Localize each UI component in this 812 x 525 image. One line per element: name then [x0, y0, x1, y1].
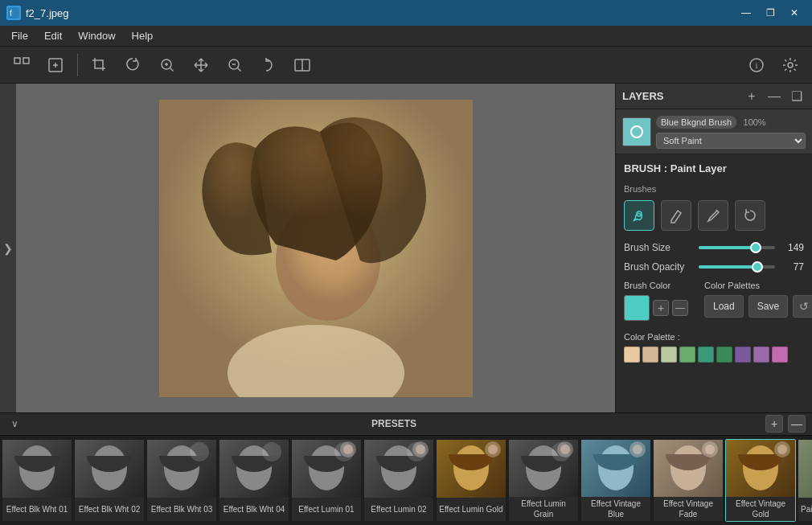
copy-layer-button[interactable]: ❑ [788, 88, 806, 105]
layer-row[interactable]: Blue Bkgnd Brush 100% Soft Paint Normal … [616, 109, 812, 154]
preset-thumbnail [147, 440, 216, 498]
remove-preset-button[interactable]: — [788, 415, 806, 433]
panel-toggle-button[interactable]: ❯ [0, 84, 16, 412]
preset-thumbnail [75, 440, 144, 498]
preset-item[interactable]: Effect Lumin 01 [291, 439, 362, 522]
layers-title: LAYERS [622, 90, 738, 102]
svg-rect-15 [159, 100, 473, 397]
frame-tool-button[interactable] [6, 51, 37, 80]
reset-brush-button[interactable] [735, 200, 765, 231]
zoom-in-tool-button[interactable] [152, 51, 182, 80]
remove-color-button[interactable]: — [672, 300, 688, 316]
preset-name: Effect Vintage Fade [654, 497, 723, 521]
chevron-right-icon: ❯ [3, 242, 13, 255]
preset-thumbnail [2, 440, 72, 498]
brush-color-swatch[interactable] [624, 295, 650, 321]
preset-name: Effect Lumin 02 [364, 498, 433, 521]
refresh-palette-button[interactable]: ↺ [793, 295, 812, 318]
preset-thumbnail [509, 440, 578, 497]
main-area: ❯ [0, 84, 812, 412]
preset-item[interactable]: Effect Vintage Blue [580, 439, 651, 522]
brush-color-group: Brush Color + — [624, 281, 688, 321]
erase-brush-button[interactable] [661, 200, 691, 231]
palette-color-swatch[interactable] [679, 347, 695, 363]
brush-opacity-track [699, 265, 775, 269]
svg-text:i: i [756, 60, 758, 70]
add-preset-button[interactable]: + [765, 415, 783, 433]
preset-item[interactable]: Effect Lumin Grain [508, 439, 579, 522]
palette-color-swatch[interactable] [642, 347, 658, 363]
compare-tool-button[interactable] [287, 51, 318, 80]
menu-help[interactable]: Help [124, 28, 162, 43]
menu-edit[interactable]: Edit [36, 28, 70, 43]
add-layer-button[interactable]: + [743, 88, 761, 105]
remove-layer-button[interactable]: — [765, 88, 783, 105]
presets-header: ∨ PRESETS + — [0, 413, 812, 436]
menu-file[interactable]: File [3, 28, 36, 43]
brush-size-value: 149 [781, 242, 804, 253]
presets-toggle-button[interactable]: ∨ [6, 416, 23, 432]
paint-brush-button[interactable] [624, 200, 654, 231]
layer-opacity-value: 100% [744, 117, 766, 127]
preset-item[interactable]: Effect Blk Wht 03 [146, 439, 217, 522]
palette-color-swatch[interactable] [661, 347, 677, 363]
brush-size-track [699, 246, 775, 249]
load-palette-button[interactable]: Load [704, 295, 744, 318]
preset-item[interactable]: Effect Lumin 02 [363, 439, 434, 522]
palette-color-swatch[interactable] [735, 347, 751, 363]
zoom-out-tool-button[interactable] [219, 51, 250, 80]
preset-thumbnail [219, 440, 289, 498]
preset-thumbnail [581, 440, 650, 497]
rotate-tool-button[interactable] [118, 51, 149, 80]
settings-tool-button[interactable] [775, 51, 806, 80]
preset-item[interactable]: Effect Vintage Gold [725, 439, 796, 522]
preset-item[interactable]: Effect Blk Wht 04 [219, 439, 289, 522]
layer-name-badge: Blue Bkgnd Brush [656, 116, 736, 129]
move-tool-button[interactable] [186, 51, 216, 80]
preset-thumbnail [364, 440, 433, 498]
redo-tool-button[interactable] [253, 51, 284, 80]
preset-name: Effect Vintage Gold [726, 497, 795, 521]
minimize-button[interactable]: — [735, 5, 757, 21]
window-title: f2_7.jpeg [26, 7, 735, 19]
brush-opacity-thumb[interactable] [752, 261, 763, 273]
canvas-area[interactable] [16, 84, 615, 412]
preset-item[interactable]: Effect Blk Wht 02 [74, 439, 145, 522]
maximize-button[interactable]: ❐ [759, 5, 781, 21]
palette-color-swatch[interactable] [716, 347, 732, 363]
crop-tool-button[interactable] [84, 51, 115, 80]
preset-item[interactable]: Effect Blk Wht 01 [2, 439, 72, 522]
preset-item[interactable]: Paint Baby Colors [798, 439, 812, 522]
preset-thumbnail [292, 440, 361, 498]
preset-thumbnail [726, 440, 795, 497]
palette-color-swatch[interactable] [624, 347, 640, 363]
close-button[interactable]: ✕ [783, 5, 806, 21]
preset-name: Effect Lumin Gold [437, 498, 506, 521]
info-tool-button[interactable]: i [741, 51, 772, 80]
export-tool-button[interactable] [40, 51, 71, 80]
presets-title: PRESETS [27, 418, 761, 429]
window-controls: — ❐ ✕ [735, 5, 806, 21]
palette-color-swatch[interactable] [772, 347, 788, 363]
brush-size-thumb[interactable] [750, 242, 761, 253]
palette-color-swatch[interactable] [753, 347, 769, 363]
app-icon: f [6, 6, 21, 20]
preset-name: Effect Vintage Blue [581, 497, 650, 521]
save-palette-button[interactable]: Save [748, 295, 788, 318]
preset-thumbnail [437, 440, 506, 498]
presets-list: Effect Blk Wht 01Effect Blk Wht 02Effect… [0, 436, 812, 525]
layers-header: LAYERS + — ❑ [616, 84, 812, 109]
brush-size-fill [699, 246, 756, 249]
brushes-section-label: Brushes [624, 184, 804, 194]
brush-tools-row [624, 200, 804, 231]
palette-color-swatch[interactable] [698, 347, 714, 363]
layer-type-select[interactable]: Soft Paint Normal Hard Paint Multiply Sc… [656, 133, 806, 149]
brush-size-row: Brush Size 149 [624, 242, 804, 253]
preset-item[interactable]: Effect Lumin Gold [436, 439, 506, 522]
titlebar: f f2_7.jpeg — ❐ ✕ [0, 0, 812, 26]
add-color-button[interactable]: + [653, 300, 669, 316]
presets-bar: ∨ PRESETS + — Effect Blk Wht 01Effect Bl… [0, 412, 812, 525]
color-pick-button[interactable] [698, 200, 728, 231]
menu-window[interactable]: Window [70, 28, 123, 43]
preset-item[interactable]: Effect Vintage Fade [653, 439, 724, 522]
